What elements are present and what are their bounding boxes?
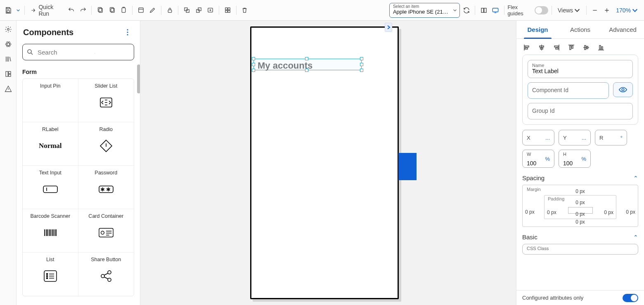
- design-canvas[interactable]: My accounts: [140, 21, 516, 305]
- rail-atom-icon[interactable]: [4, 40, 13, 49]
- selection-handle[interactable]: [252, 63, 255, 66]
- device-select[interactable]: Select an item Apple iPhone SE (214×...: [389, 3, 460, 18]
- edit-pencil-button[interactable]: [147, 5, 158, 16]
- component-share-button[interactable]: Share Button: [78, 253, 134, 296]
- selection-handle[interactable]: [360, 69, 363, 72]
- zoom-in-button[interactable]: [602, 5, 612, 16]
- spacing-editor[interactable]: Margin 0 px 0 px 0 px 0 px Padding 0 px …: [522, 185, 638, 227]
- svg-rect-44: [525, 48, 528, 49]
- inspector-collapse-button[interactable]: [385, 23, 392, 32]
- svg-point-30: [28, 50, 31, 53]
- svg-point-21: [5, 43, 11, 45]
- selection-handle[interactable]: [360, 57, 363, 60]
- send-back-button[interactable]: [194, 5, 204, 16]
- svg-rect-3: [110, 7, 114, 12]
- component-text-input[interactable]: Text Input: [23, 166, 78, 209]
- svg-rect-19: [492, 8, 498, 12]
- svg-point-29: [127, 34, 128, 35]
- rotation-field[interactable]: R°: [595, 130, 627, 145]
- tab-design[interactable]: Design: [516, 21, 559, 38]
- layout-panel-button[interactable]: [478, 5, 489, 16]
- svg-rect-9: [186, 10, 189, 12]
- cut-button[interactable]: [95, 5, 105, 16]
- svg-point-55: [622, 88, 624, 91]
- svg-rect-17: [481, 8, 483, 12]
- visibility-toggle-button[interactable]: [613, 82, 633, 97]
- component-list[interactable]: List: [23, 253, 78, 296]
- component-barcode-scanner[interactable]: Barcode Scanner: [23, 209, 78, 253]
- x-field[interactable]: X...: [522, 130, 554, 145]
- delete-button[interactable]: [239, 5, 250, 16]
- components-scrollbar[interactable]: [137, 64, 140, 93]
- tab-advanced[interactable]: Advanced: [601, 21, 644, 38]
- slider-list-icon: [98, 95, 114, 110]
- component-rlabel[interactable]: RLabel Normal: [23, 122, 78, 166]
- component-radio[interactable]: Radio: [78, 122, 134, 166]
- zoom-level-dropdown[interactable]: 170%: [613, 5, 641, 15]
- save-dropdown[interactable]: [15, 5, 21, 16]
- svg-point-40: [108, 271, 111, 274]
- components-search-input[interactable]: [22, 44, 134, 60]
- quick-run-button[interactable]: Quick Run: [28, 2, 65, 19]
- zoom-out-button[interactable]: [590, 5, 600, 16]
- undo-button[interactable]: [66, 5, 76, 16]
- refresh-button[interactable]: [462, 5, 472, 16]
- svg-rect-1: [98, 7, 102, 12]
- styles-button[interactable]: [136, 5, 146, 16]
- paste-button[interactable]: [118, 5, 129, 16]
- width-field[interactable]: W 100 %: [522, 150, 554, 168]
- css-class-field[interactable]: CSS Class: [522, 244, 638, 255]
- lock-button[interactable]: [165, 5, 175, 16]
- component-input-pin[interactable]: Input Pin: [23, 79, 78, 122]
- bring-front-button[interactable]: [182, 5, 192, 16]
- y-field[interactable]: Y...: [559, 130, 591, 145]
- rail-warning-icon[interactable]: [4, 84, 13, 93]
- save-button[interactable]: [3, 5, 14, 16]
- svg-rect-24: [6, 71, 8, 76]
- rail-layout-icon[interactable]: [4, 69, 13, 79]
- align-right-button[interactable]: [552, 43, 561, 52]
- align-center-h-button[interactable]: [537, 43, 546, 52]
- svg-rect-7: [168, 10, 172, 12]
- align-center-v-button[interactable]: [582, 43, 591, 52]
- align-bottom-button[interactable]: [597, 43, 606, 52]
- selection-handle[interactable]: [305, 57, 308, 60]
- selection-handle[interactable]: [252, 57, 255, 60]
- svg-point-27: [127, 29, 128, 30]
- canvas-side-handle[interactable]: [398, 153, 417, 180]
- redo-button[interactable]: [78, 5, 88, 16]
- component-password[interactable]: Password ✱✱: [78, 166, 134, 209]
- flex-guides-toggle[interactable]: [535, 6, 548, 14]
- svg-point-35: [101, 231, 104, 234]
- selection-handle[interactable]: [305, 69, 308, 72]
- configured-attrs-toggle[interactable]: [623, 294, 638, 302]
- alignment-row: [516, 39, 644, 55]
- group-id-field[interactable]: Group Id: [528, 103, 633, 119]
- copy-button[interactable]: [107, 5, 117, 16]
- component-slider-list[interactable]: Slider List: [78, 79, 134, 122]
- components-menu-button[interactable]: [122, 26, 133, 38]
- views-dropdown[interactable]: Views: [555, 5, 583, 15]
- component-card-container[interactable]: Card Container: [78, 209, 134, 253]
- grid-arrange-button[interactable]: [223, 5, 233, 16]
- name-field[interactable]: Name Text Label: [528, 60, 633, 78]
- selection-handle[interactable]: [252, 69, 255, 72]
- components-panel: Components Form Input Pin Slider List: [17, 21, 140, 305]
- align-top-button[interactable]: [567, 43, 576, 52]
- device-preview-button[interactable]: [490, 5, 501, 16]
- tab-actions[interactable]: Actions: [559, 21, 601, 38]
- rail-settings-icon[interactable]: [4, 25, 13, 34]
- rail-library-icon[interactable]: [4, 55, 13, 64]
- selection-handle[interactable]: [360, 63, 363, 66]
- component-id-field[interactable]: Component Id: [528, 82, 609, 99]
- svg-rect-47: [554, 46, 558, 47]
- align-left-button[interactable]: [522, 43, 531, 52]
- spacing-collapse-button[interactable]: ⌃: [633, 175, 638, 181]
- svg-rect-50: [572, 46, 573, 48]
- basic-section-title: Basic: [522, 234, 537, 241]
- basic-collapse-button[interactable]: ⌃: [633, 234, 638, 241]
- svg-rect-0: [7, 10, 9, 12]
- container-add-button[interactable]: [205, 5, 215, 16]
- height-field[interactable]: H 100 %: [559, 150, 591, 168]
- quick-run-label: Quick Run: [38, 4, 62, 17]
